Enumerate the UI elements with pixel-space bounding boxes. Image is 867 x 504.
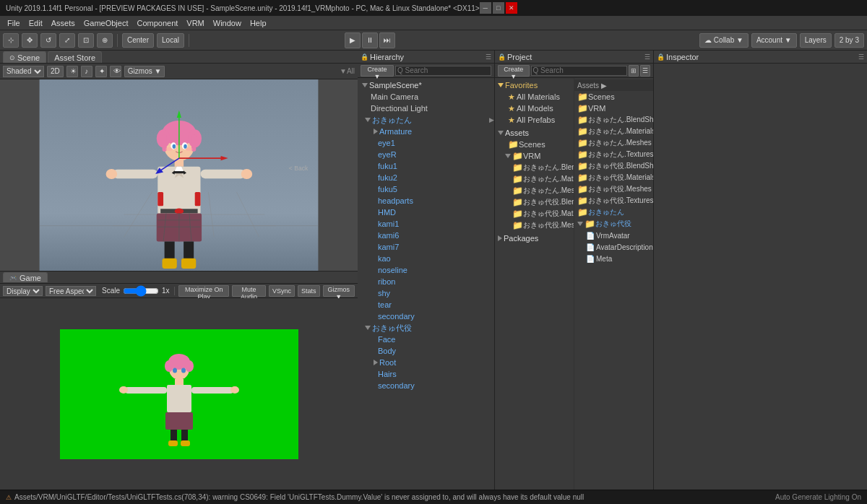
hierarchy-item-fuku5[interactable]: fuku5 <box>358 183 494 195</box>
project-file-t1[interactable]: 📁 おきゅたん.Textures <box>574 149 653 160</box>
transform-rotate-tool[interactable]: ↺ <box>40 33 56 48</box>
project-file-vrm[interactable]: 📁 VRM <box>574 103 653 114</box>
shading-mode-select[interactable]: Shaded <box>3 66 44 77</box>
display-select[interactable]: Display 1 <box>3 286 43 296</box>
menu-assets[interactable]: Assets <box>47 17 79 29</box>
project-file-m2[interactable]: 📁 おきゅ代役.Materials <box>574 172 653 183</box>
pivot-global-button[interactable]: Local <box>157 33 184 48</box>
project-item-mat1[interactable]: 📁 おきゅたん.Materials <box>495 173 574 185</box>
hierarchy-item-fuku2[interactable]: fuku2 <box>358 172 494 183</box>
project-item-mat2[interactable]: 📁 おきゅ代役.Materials <box>495 208 574 220</box>
tab-asset-store[interactable]: Asset Store <box>48 51 102 63</box>
play-button[interactable]: ▶ <box>345 32 361 48</box>
inspector-menu-icon[interactable]: ☰ <box>858 53 864 61</box>
project-file-t2[interactable]: 📁 おきゅ代役.Textures <box>574 195 653 207</box>
layers-button[interactable]: Layers <box>800 33 832 48</box>
scene-view-btn[interactable]: 👁 <box>110 66 121 77</box>
project-file-m1[interactable]: 📁 おきゅたん.Materials <box>574 126 653 137</box>
minimize-button[interactable]: ─ <box>480 2 491 14</box>
project-file-vrmavatar[interactable]: 📄 VrmAvatar <box>574 230 653 241</box>
project-menu-icon[interactable]: ☰ <box>644 53 650 61</box>
project-file-bs2[interactable]: 📁 おきゅ代役.BlendShapes <box>574 160 653 172</box>
project-file-me1[interactable]: 📁 おきゅたん.Meshes <box>574 137 653 149</box>
hierarchy-item-eye1[interactable]: eye1 <box>358 137 494 149</box>
maximize-button[interactable]: □ <box>493 2 504 14</box>
lighting-btn[interactable]: ☀ <box>66 66 78 77</box>
project-file-daiyaku-root[interactable]: 📁 おきゅ代役 <box>574 218 653 230</box>
account-button[interactable]: Account ▼ <box>751 33 797 48</box>
transform-move-tool[interactable]: ✥ <box>22 33 38 48</box>
hierarchy-item-dirlight[interactable]: Directional Light <box>358 103 494 114</box>
tab-game[interactable]: 🎮 Game <box>3 272 48 282</box>
project-item-all-materials[interactable]: ★ All Materials <box>495 91 574 103</box>
pause-button[interactable]: ⏸ <box>362 32 378 48</box>
menu-component[interactable]: Component <box>132 17 182 29</box>
hierarchy-item-tear[interactable]: tear <box>358 299 494 310</box>
layout-button[interactable]: 2 by 3 <box>834 33 864 48</box>
maximize-on-play-btn[interactable]: Maximize On Play <box>178 285 229 297</box>
project-item-scenes[interactable]: 📁 Scenes <box>495 139 574 150</box>
hierarchy-item-hairs[interactable]: Hairs <box>358 368 494 380</box>
2d-toggle[interactable]: 2D <box>47 66 64 77</box>
project-file-avatardesc[interactable]: 📄 AvatarDescription <box>574 241 653 253</box>
hierarchy-item-headparts[interactable]: headparts <box>358 195 494 207</box>
hierarchy-item-hmd[interactable]: HMD <box>358 207 494 218</box>
project-item-packages[interactable]: Packages <box>495 233 574 244</box>
hierarchy-item-okyu-daiyaku[interactable]: おきゅ代役 <box>358 322 494 334</box>
transform-combined-tool[interactable]: ⊕ <box>97 33 113 48</box>
close-button[interactable]: ✕ <box>506 2 517 14</box>
project-file-scenes[interactable]: 📁 Scenes <box>574 91 653 103</box>
menu-gameobject[interactable]: GameObject <box>79 17 133 29</box>
project-item-favorites[interactable]: Favorites <box>495 79 574 91</box>
audio-btn[interactable]: ♪ <box>81 66 92 77</box>
transform-hand-tool[interactable]: ⊹ <box>3 33 19 48</box>
project-view-btn[interactable]: ☰ <box>640 65 650 77</box>
menu-vrm[interactable]: VRM <box>182 17 208 29</box>
hierarchy-item-kami1[interactable]: kami1 <box>358 218 494 230</box>
pivot-center-button[interactable]: Center <box>122 33 154 48</box>
hierarchy-search[interactable] <box>395 66 491 76</box>
project-item-assets[interactable]: Assets <box>495 127 574 139</box>
step-button[interactable]: ⏭ <box>379 32 395 48</box>
project-search[interactable] <box>531 66 627 76</box>
project-item-bshape1[interactable]: 📁 おきゅたん.BlendShap <box>495 162 574 173</box>
project-item-all-models[interactable]: ★ All Models <box>495 103 574 114</box>
hierarchy-item-armature[interactable]: Armature <box>358 126 494 137</box>
project-file-bs1[interactable]: 📁 おきゅたん.BlendShapes <box>574 114 653 126</box>
project-create-btn[interactable]: Create ▼ <box>498 65 530 77</box>
menu-help[interactable]: Help <box>246 17 271 29</box>
project-item-mesh1[interactable]: 📁 おきゅたん.Meshes <box>495 185 574 196</box>
menu-file[interactable]: File <box>3 17 25 29</box>
hierarchy-item-maincamera[interactable]: Main Camera <box>358 91 494 103</box>
tab-scene[interactable]: ⊙ Scene <box>3 51 46 63</box>
project-file-me2[interactable]: 📁 おきゅ代役.Meshes <box>574 183 653 195</box>
hierarchy-item-kao[interactable]: kao <box>358 253 494 264</box>
menu-window[interactable]: Window <box>209 17 246 29</box>
stats-btn[interactable]: Stats <box>298 285 320 297</box>
hierarchy-menu-icon[interactable]: ☰ <box>486 53 491 61</box>
hierarchy-item-secondary1[interactable]: secondary <box>358 310 494 322</box>
scale-slider[interactable] <box>123 287 159 295</box>
transform-scale-tool[interactable]: ⤢ <box>59 33 75 48</box>
hierarchy-item-shy[interactable]: shy <box>358 287 494 299</box>
hierarchy-item-secondary2[interactable]: secondary <box>358 380 494 391</box>
project-sort-btn[interactable]: ⊞ <box>629 65 639 77</box>
hierarchy-item-ribon[interactable]: ribon <box>358 276 494 287</box>
project-item-tex1[interactable]: 📁 おきゅ代役.BlendShap <box>495 196 574 208</box>
hierarchy-item-samplescene[interactable]: SampleScene* <box>358 79 494 91</box>
project-item-vrm[interactable]: 📁 VRM <box>495 150 574 162</box>
aspect-select[interactable]: Free Aspect <box>46 286 96 296</box>
hierarchy-item-fuku1[interactable]: fuku1 <box>358 160 494 172</box>
project-file-meta[interactable]: 📄 Meta <box>574 253 653 264</box>
hierarchy-item-body[interactable]: Body <box>358 345 494 357</box>
hierarchy-item-kami6[interactable]: kami6 <box>358 230 494 241</box>
mute-audio-btn[interactable]: Mute Audio <box>232 285 266 297</box>
project-item-mesh2[interactable]: 📁 おきゅ代役.Meshes <box>495 220 574 231</box>
fx-btn[interactable]: ✦ <box>95 66 107 77</box>
project-item-all-prefabs[interactable]: ★ All Prefabs <box>495 114 574 126</box>
hierarchy-item-eyer[interactable]: eyeR <box>358 149 494 160</box>
game-gizmos-btn[interactable]: Gizmos ▼ <box>323 285 355 297</box>
project-file-okyutan[interactable]: 📁 おきゅたん <box>574 207 653 218</box>
transform-rect-tool[interactable]: ⊡ <box>78 33 94 48</box>
collab-button[interactable]: ☁ Collab ▼ <box>699 33 749 48</box>
